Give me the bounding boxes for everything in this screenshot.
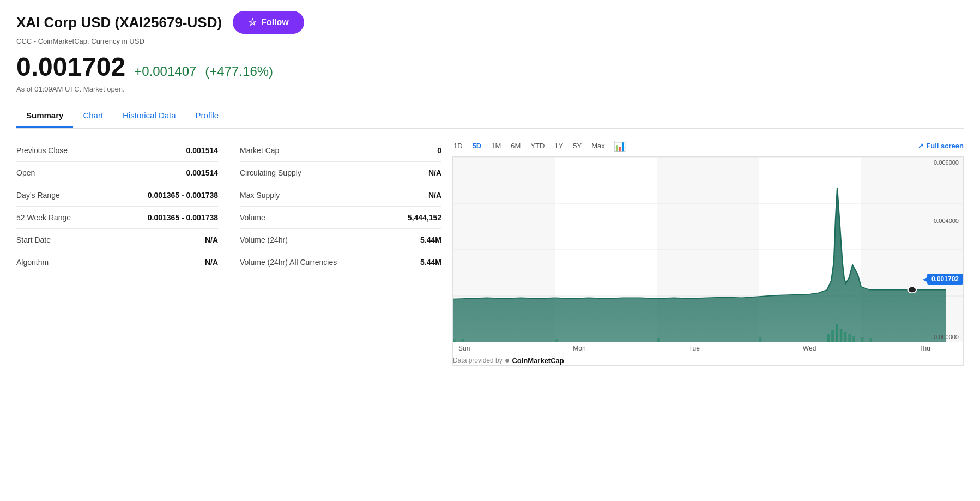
table-row: Algorithm N/A <box>16 251 218 273</box>
tab-profile[interactable]: Profile <box>186 104 229 128</box>
label-start-date: Start Date <box>16 236 51 244</box>
label-days-range: Day's Range <box>16 191 60 200</box>
follow-button[interactable]: ☆ Follow <box>233 11 304 34</box>
time-btn-6m[interactable]: 6M <box>510 140 522 152</box>
svg-rect-18 <box>844 332 847 342</box>
tooltip-price: 0.001702 <box>931 275 959 283</box>
cmc-logo-text: CoinMarketCap <box>512 357 564 365</box>
time-btn-ytd[interactable]: YTD <box>529 140 546 152</box>
x-label-tue: Tue <box>689 345 700 352</box>
svg-rect-13 <box>759 337 762 342</box>
value-circ-supply: N/A <box>428 168 441 177</box>
subtitle: CCC - CoinMarketCap. Currency in USD <box>16 37 964 45</box>
label-volume: Volume <box>240 213 265 222</box>
chart-wrapper: 0.006000 0.004000 0.002000 0.000000 ◀ 0.… <box>452 156 964 366</box>
table-row: Market Cap 0 <box>240 140 441 162</box>
svg-rect-20 <box>852 336 855 342</box>
svg-rect-14 <box>827 334 830 342</box>
svg-rect-9 <box>453 339 456 342</box>
value-52wk-range: 0.001365 - 0.001738 <box>148 213 218 222</box>
table-row: Start Date N/A <box>16 229 218 251</box>
label-prev-close: Previous Close <box>16 146 68 155</box>
table-row: 52 Week Range 0.001365 - 0.001738 <box>16 207 218 229</box>
value-days-range: 0.001365 - 0.001738 <box>148 191 218 200</box>
value-volume: 5,444,152 <box>408 213 441 222</box>
x-label-thu: Thu <box>919 345 930 352</box>
x-label-sun: Sun <box>458 345 470 352</box>
value-market-cap: 0 <box>437 146 441 155</box>
svg-rect-11 <box>555 339 558 342</box>
tab-historical[interactable]: Historical Data <box>113 104 186 128</box>
tab-chart[interactable]: Chart <box>73 104 113 128</box>
table-row: Day's Range 0.001365 - 0.001738 <box>16 184 218 207</box>
cmc-logo-circle: ● <box>505 355 510 365</box>
label-open: Open <box>16 168 35 177</box>
ticker-title: XAI Corp USD (XAI25679-USD) <box>16 14 222 31</box>
value-start-date: N/A <box>205 236 218 244</box>
data-tables: Previous Close 0.001514 Open 0.001514 Da… <box>16 140 441 366</box>
follow-label: Follow <box>261 17 289 27</box>
left-data-col: Previous Close 0.001514 Open 0.001514 Da… <box>16 140 218 366</box>
price-change-abs: +0.001407 <box>134 64 196 79</box>
x-label-mon: Mon <box>573 345 585 352</box>
data-source-text: Data provided by <box>453 357 503 364</box>
price-change-pct: (+477.16%) <box>205 64 273 79</box>
chart-controls: 1D 5D 1M 6M YTD 1Y 5Y Max 📊 ↗ Full scree… <box>452 140 964 152</box>
value-max-supply: N/A <box>428 191 441 200</box>
label-volume-24hr-all: Volume (24hr) All Currencies <box>240 258 337 267</box>
svg-rect-12 <box>657 338 660 342</box>
x-axis-labels: Sun Mon Tue Wed Thu <box>453 342 963 352</box>
data-source: Data provided by ● CoinMarketCap <box>453 355 963 365</box>
value-algorithm: N/A <box>205 258 218 267</box>
svg-rect-19 <box>848 334 851 342</box>
price-main: 0.001702 <box>16 52 125 82</box>
fullscreen-label: Full screen <box>926 142 964 150</box>
price-tooltip: ◀ 0.001702 <box>927 274 963 285</box>
time-btn-max[interactable]: Max <box>590 140 606 152</box>
time-btn-1m[interactable]: 1M <box>490 140 502 152</box>
value-volume-24hr: 5.44M <box>420 236 441 244</box>
table-row: Volume (24hr) All Currencies 5.44M <box>240 251 441 273</box>
table-row: Volume 5,444,152 <box>240 207 441 229</box>
svg-rect-15 <box>831 330 834 342</box>
right-data-col: Market Cap 0 Circulating Supply N/A Max … <box>240 140 441 366</box>
svg-rect-17 <box>840 329 843 342</box>
svg-rect-22 <box>869 338 872 342</box>
chart-svg-container: 0.006000 0.004000 0.002000 0.000000 ◀ 0.… <box>453 157 963 342</box>
price-timestamp: As of 01:09AM UTC. Market open. <box>16 85 964 93</box>
tab-summary[interactable]: Summary <box>16 104 73 128</box>
value-volume-24hr-all: 5.44M <box>420 258 441 267</box>
label-max-supply: Max Supply <box>240 191 280 200</box>
svg-point-8 <box>908 287 917 293</box>
label-52wk-range: 52 Week Range <box>16 213 71 222</box>
label-market-cap: Market Cap <box>240 146 279 155</box>
fullscreen-button[interactable]: ↗ Full screen <box>918 142 964 150</box>
table-row: Circulating Supply N/A <box>240 162 441 184</box>
table-row: Previous Close 0.001514 <box>16 140 218 162</box>
table-row: Max Supply N/A <box>240 184 441 207</box>
table-row: Open 0.001514 <box>16 162 218 184</box>
time-btn-1d[interactable]: 1D <box>452 140 464 152</box>
fullscreen-icon: ↗ <box>918 142 924 150</box>
value-open: 0.001514 <box>186 168 218 177</box>
value-prev-close: 0.001514 <box>186 146 218 155</box>
time-btn-5y[interactable]: 5Y <box>572 140 583 152</box>
label-algorithm: Algorithm <box>16 258 49 267</box>
x-label-wed: Wed <box>803 345 816 352</box>
svg-rect-10 <box>462 339 464 342</box>
time-btn-5d[interactable]: 5D <box>471 140 483 152</box>
star-icon: ☆ <box>248 16 257 28</box>
chart-type-icon[interactable]: 📊 <box>614 140 626 152</box>
label-circ-supply: Circulating Supply <box>240 168 301 177</box>
table-row: Volume (24hr) 5.44M <box>240 229 441 251</box>
tab-bar: Summary Chart Historical Data Profile <box>16 104 964 129</box>
price-chart <box>453 157 963 342</box>
chart-area: 1D 5D 1M 6M YTD 1Y 5Y Max 📊 ↗ Full scree… <box>452 140 964 366</box>
time-btn-1y[interactable]: 1Y <box>553 140 564 152</box>
svg-rect-16 <box>836 324 838 342</box>
svg-rect-21 <box>861 337 864 342</box>
label-volume-24hr: Volume (24hr) <box>240 236 288 244</box>
